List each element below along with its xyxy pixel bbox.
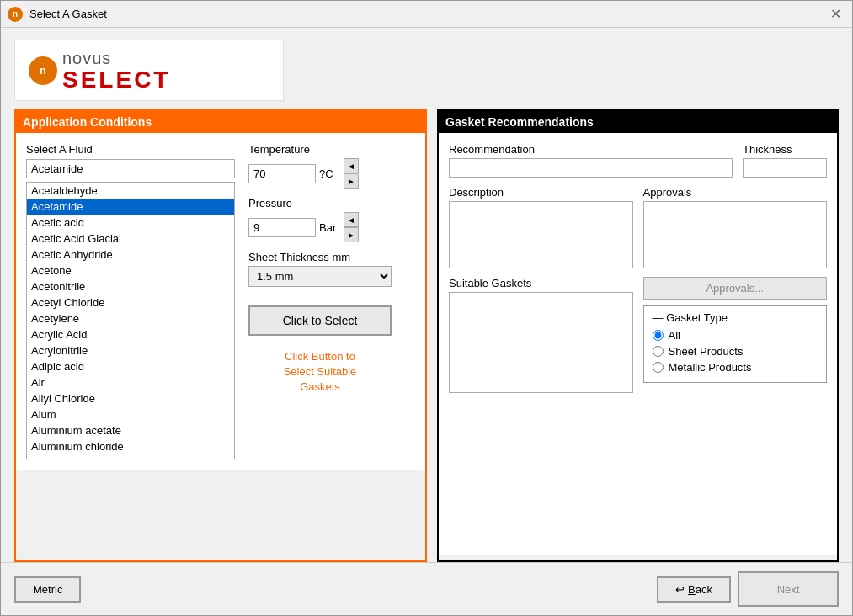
fluid-input[interactable] bbox=[26, 159, 235, 178]
list-item[interactable]: Acetone bbox=[27, 263, 234, 279]
fluid-section: Select A Fluid Acetaldehyde Acetamide Ac… bbox=[26, 143, 235, 459]
pressure-spinner: ◄ ► bbox=[344, 212, 359, 242]
hint-line1: Click Button to bbox=[285, 350, 355, 363]
thickness-field: Sheet Thickness mm 1.5 mm 2.0 mm 3.0 mm bbox=[248, 251, 415, 287]
rec-thickness-label: Thickness bbox=[743, 143, 827, 156]
gasket-type-box: — Gasket Type All Sheet Products bbox=[643, 305, 828, 383]
temperature-label: Temperature bbox=[248, 143, 415, 156]
thickness-label: Sheet Thickness mm bbox=[248, 251, 415, 263]
suitable-label: Suitable Gaskets bbox=[449, 277, 633, 289]
conditions-section: Temperature ?C ◄ ► bbox=[248, 143, 415, 459]
hint-line3: Gaskets bbox=[300, 380, 340, 393]
list-item[interactable]: Alum bbox=[27, 406, 234, 422]
gasket-type-all-label: All bbox=[669, 329, 680, 342]
hint-line2: Select Suitable bbox=[284, 365, 357, 378]
pressure-input[interactable] bbox=[248, 218, 316, 237]
approvals-button[interactable]: Approvals... bbox=[643, 277, 828, 300]
hint-text: Click Button to Select Suitable Gaskets bbox=[248, 349, 392, 396]
suitable-row: Suitable Gaskets Approvals... — Gasket T… bbox=[449, 277, 827, 545]
desc-approvals-row: Description Approvals bbox=[449, 186, 827, 268]
temperature-field: Temperature ?C ◄ ► bbox=[248, 143, 415, 189]
gasket-type-title: — Gasket Type bbox=[653, 311, 818, 324]
left-panel-header: Application Conditions bbox=[16, 111, 425, 133]
panels-row: Application Conditions Select A Fluid Ac… bbox=[1, 109, 852, 562]
logo-area: n novus SELECT bbox=[14, 40, 284, 101]
window-title: Select A Gasket bbox=[29, 8, 825, 20]
content-area: n novus SELECT Application Conditions Se… bbox=[1, 28, 852, 615]
pressure-down-btn[interactable]: ► bbox=[344, 227, 359, 242]
click-select-button[interactable]: Click to Select bbox=[248, 305, 392, 336]
gasket-type-all-radio[interactable] bbox=[653, 330, 664, 341]
temperature-spinner: ◄ ► bbox=[344, 158, 359, 189]
left-panel: Application Conditions Select A Fluid Ac… bbox=[14, 109, 427, 562]
description-col: Description bbox=[449, 186, 633, 268]
temperature-up-btn[interactable]: ◄ bbox=[344, 158, 359, 173]
suitable-textarea[interactable] bbox=[449, 292, 633, 393]
list-item[interactable]: Aluminium chloride bbox=[27, 438, 234, 454]
pressure-field: Pressure Bar ◄ ► bbox=[248, 197, 415, 242]
next-button[interactable]: Next bbox=[738, 571, 839, 607]
rec-thickness-input[interactable] bbox=[743, 158, 827, 178]
gasket-type-all-row: All bbox=[653, 329, 818, 342]
temperature-input[interactable] bbox=[248, 164, 316, 183]
list-item[interactable]: Acetonitrile bbox=[27, 279, 234, 295]
right-panel-body: Recommendation Thickness Description bbox=[439, 133, 837, 555]
approvals-col: Approvals bbox=[643, 186, 828, 268]
app-icon: n bbox=[8, 7, 23, 22]
list-item[interactable]: Allyl Chloride bbox=[27, 390, 234, 406]
temperature-down-btn[interactable]: ► bbox=[344, 173, 359, 189]
recommendation-label: Recommendation bbox=[449, 143, 733, 156]
temperature-unit: ?C bbox=[319, 167, 340, 180]
list-item[interactable]: Acrylic Acid bbox=[27, 327, 234, 343]
list-item[interactable]: Acetaldehyde bbox=[27, 183, 234, 199]
logo-select-text: SELECT bbox=[62, 68, 170, 92]
gasket-type-metallic-row: Metallic Products bbox=[653, 361, 818, 374]
approvals-textarea[interactable] bbox=[643, 201, 828, 268]
recommendation-row: Recommendation Thickness bbox=[449, 143, 827, 178]
recommendation-input[interactable] bbox=[449, 158, 733, 178]
list-item-selected[interactable]: Acetamide bbox=[27, 199, 234, 215]
right-panel: Gasket Recommendations Recommendation Th… bbox=[437, 109, 839, 562]
list-item[interactable]: Aluminium Hydroxide (Solid) bbox=[27, 454, 234, 459]
list-item[interactable]: Adipic acid bbox=[27, 358, 234, 374]
metric-button[interactable]: Metric bbox=[14, 576, 81, 603]
close-button[interactable]: ✕ bbox=[825, 4, 845, 24]
right-panel-header: Gasket Recommendations bbox=[439, 111, 837, 133]
main-window: n Select A Gasket ✕ n novus SELECT Appli… bbox=[0, 0, 853, 616]
description-label: Description bbox=[449, 186, 633, 199]
suitable-col: Suitable Gaskets bbox=[449, 277, 633, 545]
list-item[interactable]: Acetic Acid Glacial bbox=[27, 231, 234, 247]
pressure-up-btn[interactable]: ◄ bbox=[344, 212, 359, 227]
list-item[interactable]: Acetyl Chloride bbox=[27, 295, 234, 311]
bottom-bar: Metric ↩ Back Next bbox=[1, 562, 852, 615]
left-panel-body: Select A Fluid Acetaldehyde Acetamide Ac… bbox=[16, 133, 425, 470]
list-item[interactable]: Acetic acid bbox=[27, 215, 234, 231]
gasket-type-sheet-row: Sheet Products bbox=[653, 345, 818, 358]
gasket-type-sheet-label: Sheet Products bbox=[669, 345, 744, 358]
pressure-label: Pressure bbox=[248, 197, 415, 210]
thickness-col: Thickness bbox=[743, 143, 827, 178]
back-button[interactable]: ↩ Back bbox=[657, 576, 731, 603]
approvals-label: Approvals bbox=[643, 186, 828, 199]
back-underline: ↩ Back bbox=[675, 583, 712, 596]
gasket-type-col: Approvals... — Gasket Type All bbox=[643, 277, 828, 545]
gasket-type-metallic-label: Metallic Products bbox=[669, 361, 752, 374]
novus-logo-icon: n bbox=[29, 56, 57, 85]
gasket-type-sheet-radio[interactable] bbox=[653, 346, 664, 357]
pressure-unit: Bar bbox=[319, 221, 340, 234]
description-textarea[interactable] bbox=[449, 201, 633, 268]
fluid-label: Select A Fluid bbox=[26, 143, 235, 156]
list-item[interactable]: Air bbox=[27, 374, 234, 390]
title-bar: n Select A Gasket ✕ bbox=[1, 1, 852, 28]
list-item[interactable]: Acetylene bbox=[27, 311, 234, 327]
recommendation-col: Recommendation bbox=[449, 143, 733, 178]
gasket-type-metallic-radio[interactable] bbox=[653, 362, 664, 373]
thickness-select[interactable]: 1.5 mm 2.0 mm 3.0 mm bbox=[248, 266, 392, 287]
logo-novus-text: novus bbox=[62, 49, 170, 68]
list-item[interactable]: Aluminium acetate bbox=[27, 422, 234, 438]
fluid-list[interactable]: Acetaldehyde Acetamide Acetic acid Aceti… bbox=[26, 182, 235, 459]
list-item[interactable]: Acetic Anhydride bbox=[27, 247, 234, 263]
list-item[interactable]: Acrylonitrile bbox=[27, 343, 234, 358]
